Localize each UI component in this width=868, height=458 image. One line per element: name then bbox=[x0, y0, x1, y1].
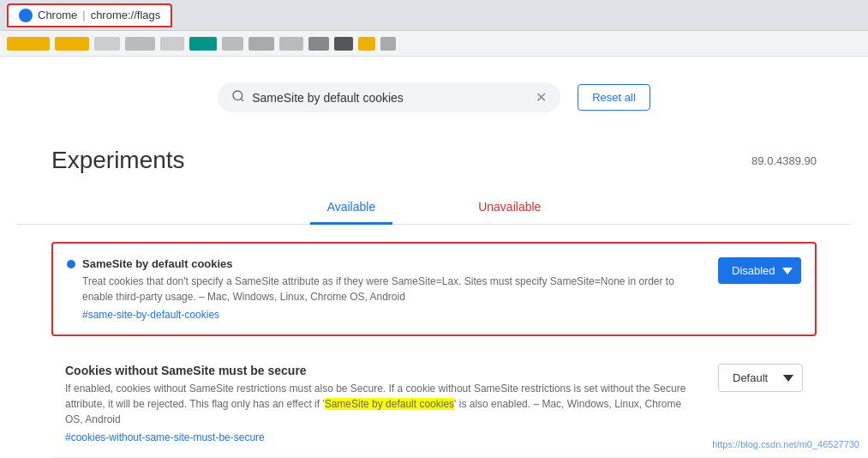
flag-link-samesite[interactable]: #same-site-by-default-cookies bbox=[82, 309, 219, 321]
tabs: Available Unavailable bbox=[17, 191, 851, 225]
bookmark-3[interactable] bbox=[94, 37, 120, 51]
search-input[interactable] bbox=[252, 91, 529, 105]
flag-description-cookies-secure: If enabled, cookies without SameSite res… bbox=[65, 381, 701, 427]
tab-unavailable[interactable]: Unavailable bbox=[461, 191, 558, 225]
flag-select-cookies-secure[interactable]: Default Enabled Disabled bbox=[718, 364, 803, 392]
tab-title: Chrome bbox=[38, 9, 77, 21]
bookmark-1[interactable] bbox=[7, 37, 50, 51]
tab-separator: | bbox=[82, 9, 85, 21]
search-area: ✕ Reset all bbox=[17, 74, 851, 121]
flag-item-cookies-secure: Cookies without SameSite must be secure … bbox=[51, 350, 817, 458]
desc-highlight: SameSite by default cookies bbox=[325, 398, 454, 410]
flag-item-samesite: SameSite by default cookies Treat cookie… bbox=[51, 242, 817, 336]
flag-title-highlight: SameSite by default cookies bbox=[82, 257, 233, 270]
chrome-icon bbox=[19, 9, 33, 22]
flag-dot-samesite bbox=[67, 260, 75, 268]
flags-list: SameSite by default cookies Treat cookie… bbox=[17, 242, 851, 458]
flag-link-cookies-secure[interactable]: #cookies-without-same-site-must-be-secur… bbox=[65, 431, 265, 443]
reset-all-button[interactable]: Reset all bbox=[578, 84, 650, 111]
bookmark-9[interactable] bbox=[279, 37, 303, 51]
flag-title-cookies-secure: Cookies without SameSite must be secure bbox=[65, 364, 701, 377]
bookmarks-bar bbox=[0, 31, 868, 57]
page-content: ✕ Reset all Experiments 89.0.4389.90 Ava… bbox=[0, 57, 868, 458]
flag-control-samesite: Default Enabled Disabled bbox=[718, 257, 801, 284]
flag-text-cookies-secure: Cookies without SameSite must be secure … bbox=[65, 364, 701, 443]
flag-title-samesite: SameSite by default cookies bbox=[82, 257, 701, 270]
experiments-header: Experiments 89.0.4389.90 bbox=[17, 147, 851, 174]
tab-url: chrome://flags bbox=[91, 9, 161, 21]
bookmark-6[interactable] bbox=[189, 37, 217, 51]
watermark: https://blog.csdn.net/m0_46527730 bbox=[712, 439, 859, 449]
bookmark-5[interactable] bbox=[160, 37, 184, 51]
search-icon bbox=[231, 89, 245, 105]
version-number: 89.0.4389.90 bbox=[751, 154, 817, 167]
flag-control-cookies-secure: Default Enabled Disabled bbox=[718, 364, 803, 392]
svg-point-0 bbox=[233, 91, 242, 100]
flag-content-samesite: SameSite by default cookies Treat cookie… bbox=[67, 257, 701, 321]
tab-available[interactable]: Available bbox=[310, 191, 393, 225]
bookmark-10[interactable] bbox=[308, 37, 329, 51]
bookmark-2[interactable] bbox=[55, 37, 89, 51]
flag-description-samesite: Treat cookies that don't specify a SameS… bbox=[82, 274, 701, 304]
browser-chrome: Chrome | chrome://flags bbox=[0, 0, 868, 31]
flag-select-samesite[interactable]: Default Enabled Disabled bbox=[718, 257, 801, 284]
bookmark-8[interactable] bbox=[248, 37, 274, 51]
search-box: ✕ bbox=[218, 82, 560, 112]
search-clear-icon[interactable]: ✕ bbox=[536, 91, 547, 105]
browser-tab[interactable]: Chrome | chrome://flags bbox=[7, 3, 172, 27]
bookmark-13[interactable] bbox=[380, 37, 396, 51]
svg-line-1 bbox=[241, 99, 243, 101]
bookmark-4[interactable] bbox=[125, 37, 155, 51]
flag-content-cookies-secure: Cookies without SameSite must be secure … bbox=[65, 364, 701, 443]
experiments-title: Experiments bbox=[51, 147, 185, 174]
bookmark-12[interactable] bbox=[358, 37, 375, 51]
flag-text-samesite: SameSite by default cookies Treat cookie… bbox=[82, 257, 701, 321]
bookmark-11[interactable] bbox=[334, 37, 353, 51]
bookmark-7[interactable] bbox=[222, 37, 243, 51]
